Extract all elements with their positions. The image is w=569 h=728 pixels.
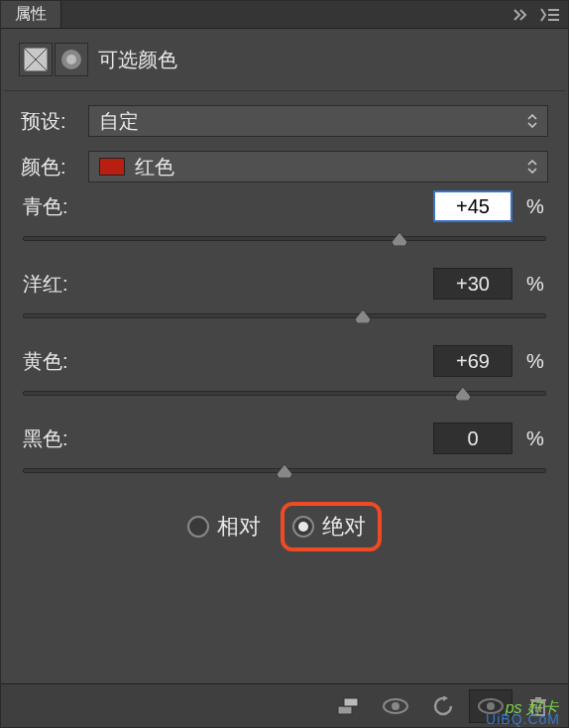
clip-to-layer-button[interactable]	[326, 689, 370, 723]
percent-label: %	[526, 273, 546, 296]
color-row: 颜色: 红色	[21, 151, 548, 182]
absolute-radio[interactable]: 绝对	[292, 512, 366, 542]
sliders-area: 青色: % 洋红: %	[1, 182, 568, 480]
svg-rect-7	[338, 706, 352, 714]
percent-label: %	[526, 427, 546, 450]
black-track[interactable]	[23, 464, 546, 480]
svg-rect-8	[344, 698, 358, 706]
dropdown-arrows-icon	[523, 106, 541, 136]
cyan-input[interactable]	[433, 190, 512, 222]
svg-point-12	[487, 702, 495, 710]
panel-title: 可选颜色	[98, 47, 177, 73]
svg-point-10	[392, 702, 399, 710]
color-label: 颜色:	[21, 154, 76, 181]
header-spacer	[61, 1, 505, 28]
divider	[3, 90, 566, 91]
tab-properties[interactable]: 属性	[1, 1, 61, 28]
black-input[interactable]	[433, 423, 512, 454]
properties-panel: 属性	[0, 0, 569, 728]
color-dropdown[interactable]: 红色	[88, 151, 548, 182]
reset-button[interactable]	[421, 689, 465, 723]
magenta-input[interactable]	[433, 268, 512, 300]
magenta-label: 洋红:	[23, 271, 68, 298]
magenta-slider-block: 洋红: %	[23, 268, 546, 325]
header-buttons	[505, 1, 568, 28]
yellow-label: 黄色:	[23, 348, 68, 375]
relative-radio[interactable]: 相对	[187, 512, 261, 542]
magenta-thumb[interactable]	[355, 309, 371, 323]
absolute-label: 绝对	[322, 512, 366, 542]
yellow-input[interactable]	[433, 345, 512, 377]
dropdown-arrows-icon	[523, 152, 541, 182]
percent-label: %	[526, 195, 546, 218]
preset-row: 预设: 自定	[21, 105, 548, 137]
yellow-thumb[interactable]	[455, 387, 471, 401]
radio-icon-selected	[292, 516, 314, 538]
cyan-track[interactable]	[23, 232, 546, 248]
cyan-label: 青色:	[23, 193, 68, 220]
relative-label: 相对	[217, 512, 261, 542]
magenta-track[interactable]	[23, 309, 546, 325]
absolute-callout: 绝对	[281, 502, 382, 551]
svg-point-6	[66, 55, 76, 64]
preset-dropdown[interactable]: 自定	[88, 105, 548, 137]
panel-header: 属性	[1, 1, 568, 29]
color-value: 红色	[135, 154, 174, 181]
percent-label: %	[526, 350, 546, 373]
form-area: 预设: 自定 颜色: 红色	[1, 95, 568, 182]
panel-footer: ps 好卡 UiBQ.CoM	[1, 683, 568, 727]
preset-value: 自定	[99, 108, 139, 135]
black-slider-block: 黑色: %	[23, 423, 546, 480]
mask-icon[interactable]	[19, 43, 53, 76]
color-swatch	[99, 158, 125, 176]
yellow-slider-block: 黄色: %	[23, 345, 546, 403]
tab-label: 属性	[15, 4, 47, 25]
cyan-slider-block: 青色: %	[23, 190, 546, 248]
cyan-thumb[interactable]	[392, 232, 407, 246]
view-previous-button[interactable]	[374, 689, 417, 723]
black-label: 黑色:	[23, 425, 68, 452]
black-thumb[interactable]	[277, 464, 292, 478]
adjustment-icons	[19, 43, 88, 76]
collapse-icon[interactable]	[512, 8, 530, 22]
yellow-track[interactable]	[23, 387, 546, 403]
radio-icon	[187, 516, 209, 538]
flyout-menu-icon[interactable]	[540, 7, 560, 23]
selective-color-icon[interactable]	[55, 43, 88, 76]
method-radio-group: 相对 绝对	[1, 480, 568, 561]
adjustment-title-row: 可选颜色	[1, 29, 568, 86]
watermark-url: UiBQ.CoM	[486, 711, 560, 727]
preset-label: 预设:	[21, 108, 76, 135]
